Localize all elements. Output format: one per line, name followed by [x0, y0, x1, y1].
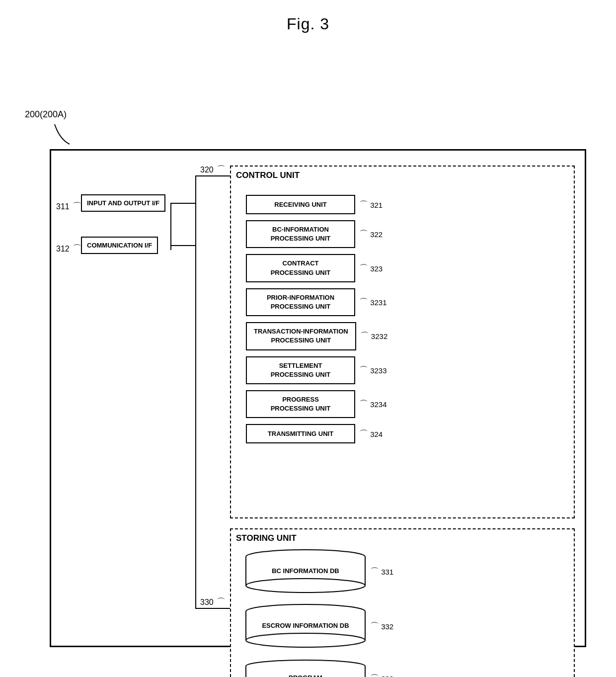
svg-text:PROGRAM: PROGRAM [289, 674, 322, 677]
program-db: PROGRAM [246, 666, 365, 677]
storing-unit-label: STORING UNIT [236, 533, 297, 543]
ref-3233: ⌒ 3233 [359, 364, 387, 376]
receiving-unit-box: RECEIVING UNIT [246, 195, 355, 214]
transmitting-unit-box: TRANSMITTING UNIT [246, 424, 355, 443]
control-unit-box: CONTROL UNIT RECEIVING UNIT ⌒ 321 BC-INF… [230, 166, 575, 518]
ref-331: ⌒ 331 [370, 566, 393, 578]
input-output-if-box: INPUT AND OUTPUT I/F [81, 194, 165, 212]
escrow-info-db-row: ESCROW INFORMATION DB ⌒ 332 [246, 611, 393, 641]
transaction-info-unit-box: TRANSACTION-INFORMATIONPROCESSING UNIT [246, 322, 356, 350]
progress-unit-row: PROGRESSPROCESSING UNIT ⌒ 3234 [246, 390, 574, 418]
contract-unit-box: CONTRACTPROCESSING UNIT [246, 254, 355, 282]
contract-unit-row: CONTRACTPROCESSING UNIT ⌒ 323 [246, 254, 574, 282]
settlement-unit-box: SETTLEMENTPROCESSING UNIT [246, 356, 355, 384]
bc-info-unit-box: BC-INFORMATIONPROCESSING UNIT [246, 220, 355, 248]
bc-info-db-row: BC INFORMATION DB ⌒ 331 [246, 557, 393, 587]
progress-unit-box: PROGRESSPROCESSING UNIT [246, 390, 355, 418]
ref-324: ⌒ 324 [359, 428, 383, 440]
svg-text:ESCROW INFORMATION DB: ESCROW INFORMATION DB [262, 622, 349, 629]
escrow-info-db: ESCROW INFORMATION DB [246, 611, 365, 641]
ref-312: 312 ⌒ [56, 243, 81, 254]
svg-text:BC INFORMATION DB: BC INFORMATION DB [272, 567, 339, 575]
page-title: Fig. 3 [0, 0, 616, 33]
main-box: 311 ⌒ 312 ⌒ INPUT AND OUTPUT I/F COMMUNI… [50, 149, 586, 647]
transmitting-unit-row: TRANSMITTING UNIT ⌒ 324 [246, 424, 574, 443]
ref-321: ⌒ 321 [359, 199, 383, 211]
settlement-unit-row: SETTLEMENTPROCESSING UNIT ⌒ 3233 [246, 356, 574, 384]
ref-3231: ⌒ 3231 [359, 296, 387, 308]
main-spine [195, 175, 196, 608]
ref-3232: ⌒ 3232 [360, 330, 388, 342]
svg-point-10 [246, 633, 365, 647]
svg-point-4 [246, 579, 365, 592]
communication-if-box: COMMUNICATION I/F [81, 237, 158, 254]
ref-3234: ⌒ 3234 [359, 398, 387, 410]
ref-311: 311 ⌒ [56, 200, 81, 212]
ref-330: 330 ⌒ [200, 596, 226, 608]
storing-unit-box: STORING UNIT BC INFORMATION DB ⌒ 331 [230, 528, 575, 677]
program-db-row: PROGRAM ⌒ 333 [246, 666, 393, 677]
prior-info-unit-box: PRIOR-INFORMATIONPROCESSING UNIT [246, 288, 355, 316]
bc-info-unit-row: BC-INFORMATIONPROCESSING UNIT ⌒ 322 [246, 220, 574, 248]
ref-320: 320 ⌒ [200, 164, 226, 175]
ref-333: ⌒ 333 [370, 673, 393, 677]
prior-info-unit-row: PRIOR-INFORMATIONPROCESSING UNIT ⌒ 3231 [246, 288, 574, 316]
bc-info-db: BC INFORMATION DB [246, 557, 365, 587]
ref-322: ⌒ 322 [359, 228, 383, 240]
control-unit-label: CONTROL UNIT [236, 170, 300, 180]
system-pointer [25, 109, 84, 149]
ref-323: ⌒ 323 [359, 262, 383, 274]
program-cylinder-svg: PROGRAM [245, 660, 366, 677]
bc-db-cylinder-svg: BC INFORMATION DB [245, 549, 366, 594]
ref-332: ⌒ 332 [370, 620, 393, 632]
escrow-db-cylinder-svg: ESCROW INFORMATION DB [245, 604, 366, 649]
receiving-unit-row: RECEIVING UNIT ⌒ 321 [246, 195, 574, 214]
transaction-info-unit-row: TRANSACTION-INFORMATIONPROCESSING UNIT ⌒… [246, 322, 574, 350]
